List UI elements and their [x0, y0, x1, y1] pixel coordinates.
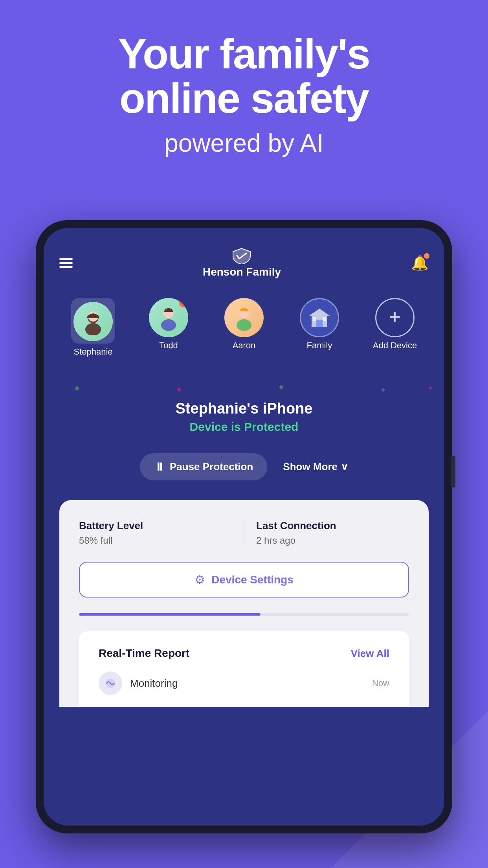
- show-more-label: Show More: [283, 461, 338, 473]
- avatar-add-device[interactable]: + Add Device: [357, 298, 433, 351]
- connection-value: 2 hrs ago: [256, 535, 409, 546]
- avatar-selected-highlight: [71, 298, 115, 344]
- family-name: Family: [307, 340, 332, 351]
- connection-col: Last Connection 2 hrs ago: [244, 520, 409, 546]
- add-device-name: Add Device: [373, 340, 417, 351]
- monitoring-label: Monitoring: [130, 677, 178, 690]
- app-title: Henson Family: [203, 266, 281, 278]
- battery-col: Battery Level 58% full: [79, 520, 244, 546]
- avatar-stephanie[interactable]: Stephanie: [55, 298, 131, 357]
- avatar-aaron[interactable]: Aaron: [206, 298, 282, 351]
- info-card: Battery Level 58% full Last Connection 2…: [59, 500, 429, 707]
- menu-button[interactable]: [59, 258, 73, 268]
- action-buttons: ⏸ Pause Protection Show More ∨: [59, 445, 429, 496]
- header-section: Your family's online safety powered by A…: [0, 31, 488, 158]
- stats-row: Battery Level 58% full Last Connection 2…: [79, 520, 409, 546]
- device-status: Device is Protected: [59, 420, 429, 434]
- gear-icon: ⚙: [194, 573, 205, 587]
- report-item: Monitoring Now: [99, 671, 389, 695]
- monitoring-icon: [99, 671, 122, 695]
- device-settings-button[interactable]: ⚙ Device Settings: [79, 562, 409, 598]
- report-header: Real-Time Report View All: [99, 647, 389, 660]
- show-more-button[interactable]: Show More ∨: [283, 461, 348, 473]
- avatars-row: Stephanie 1 Todd: [44, 290, 444, 369]
- main-content: Stephanie's iPhone Device is Protected ⏸…: [44, 369, 444, 707]
- avatar-family[interactable]: Family: [282, 298, 357, 351]
- svg-rect-7: [316, 320, 323, 327]
- device-name: Stephanie's iPhone: [59, 400, 429, 417]
- device-mockup: Henson Family 🔔: [36, 220, 452, 833]
- pause-icon: ⏸: [154, 460, 165, 473]
- add-device-circle: +: [375, 298, 415, 337]
- pause-label: Pause Protection: [170, 461, 253, 473]
- app-title-section: Henson Family: [203, 248, 281, 278]
- headline: Your family's online safety: [24, 31, 464, 121]
- notification-dot: [424, 253, 429, 259]
- todd-avatar-circle: 1: [149, 298, 188, 337]
- notification-bell[interactable]: 🔔: [411, 255, 429, 271]
- svg-point-1: [85, 323, 101, 335]
- pause-protection-button[interactable]: ⏸ Pause Protection: [140, 453, 267, 480]
- side-button: [451, 456, 455, 487]
- svg-rect-8: [323, 317, 326, 321]
- stephanie-avatar-circle: [73, 302, 113, 341]
- svg-point-6: [237, 319, 251, 331]
- avatar-todd[interactable]: 1 Todd: [131, 298, 206, 351]
- aaron-avatar-circle: [224, 298, 264, 337]
- view-all-button[interactable]: View All: [351, 647, 389, 660]
- shield-logo-icon: [231, 248, 252, 266]
- battery-value: 58% full: [79, 535, 232, 546]
- connection-label: Last Connection: [256, 520, 409, 532]
- battery-label: Battery Level: [79, 520, 232, 532]
- chevron-down-icon: ∨: [341, 461, 348, 473]
- subheadline: powered by AI: [24, 129, 464, 158]
- progress-bar-fill: [79, 613, 261, 616]
- app-header: Henson Family 🔔: [44, 228, 444, 290]
- todd-name: Todd: [159, 340, 178, 351]
- svg-rect-9: [313, 317, 316, 321]
- report-title: Real-Time Report: [99, 647, 189, 660]
- device-frame: Henson Family 🔔: [36, 220, 452, 833]
- device-screen: Henson Family 🔔: [44, 228, 444, 826]
- stephanie-name: Stephanie: [73, 347, 112, 357]
- family-avatar-circle: [300, 298, 339, 337]
- device-settings-label: Device Settings: [211, 574, 294, 586]
- monitoring-time: Now: [372, 678, 389, 688]
- device-info: Stephanie's iPhone Device is Protected: [59, 392, 429, 445]
- progress-bar: [79, 613, 409, 616]
- svg-point-4: [161, 319, 176, 331]
- aaron-name: Aaron: [233, 340, 256, 351]
- report-section: Real-Time Report View All Monitoring: [79, 631, 409, 707]
